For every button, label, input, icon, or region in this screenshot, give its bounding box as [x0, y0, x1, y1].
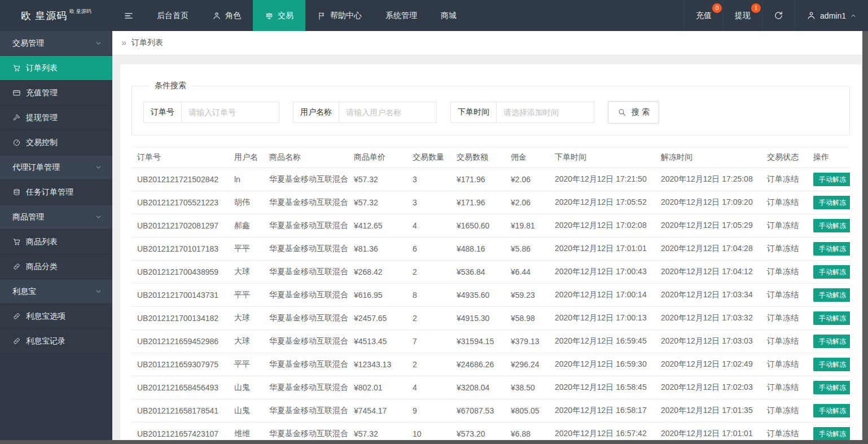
user-menu[interactable]: admin1 [795, 0, 868, 31]
cell-commission: ¥59.23 [505, 284, 549, 307]
manual-unfreeze-button[interactable]: 手动解冻 [813, 427, 850, 441]
order-time-label: 下单时间 [451, 102, 497, 122]
brand-logo[interactable]: 欧 皇源码 欧 皇源码 [0, 0, 112, 31]
cell-status: 订单冻结 [761, 353, 808, 376]
table-row: UB2012121659452986大球华夏基金移动互联混合¥4513.457¥… [131, 330, 850, 353]
manual-unfreeze-button[interactable]: 手动解冻 [813, 335, 850, 348]
topbar: 欧 皇源码 欧 皇源码 后台首页角色交易帮助中心系统管理商城 充值 0 提现 1… [0, 0, 868, 31]
cell-product-name: 华夏基金移动互联混合 [264, 376, 348, 399]
cell-action: 手动解冻 [808, 191, 850, 214]
cell-unit-price: ¥268.42 [348, 261, 407, 284]
recharge-button[interactable]: 充值 0 [684, 0, 723, 31]
manual-unfreeze-button[interactable]: 手动解冻 [813, 381, 850, 394]
menu-toggle[interactable] [112, 0, 145, 31]
username-label: 用户名称 [293, 102, 339, 122]
cell-action: 手动解冻 [808, 261, 850, 284]
cell-order-no: UB2012121702081297 [131, 214, 229, 238]
horizontal-scrollbar[interactable] [0, 440, 868, 444]
link-icon [12, 262, 21, 271]
cell-quantity: 3 [407, 191, 451, 214]
table-row: UB2012121700438959大球华夏基金移动互联混合¥268.422¥5… [131, 261, 850, 284]
user-icon [212, 11, 221, 20]
cell-action: 手动解冻 [808, 376, 850, 399]
sidebar-item-4[interactable]: 交易控制 [0, 130, 112, 155]
table-row: UB2012121702081297郝鑫华夏基金移动互联混合¥412.654¥1… [131, 214, 850, 238]
sidebar-group-0[interactable]: 交易管理 [0, 31, 112, 56]
flag-icon [317, 11, 326, 20]
order-no-input[interactable] [182, 102, 279, 122]
sidebar-group-10[interactable]: 利息宝 [0, 279, 112, 304]
sidebar: 交易管理订单列表充值管理提现管理交易控制代理订单管理任务订单管理商品管理商品列表… [0, 31, 112, 444]
cell-amount: ¥31594.15 [451, 330, 505, 353]
cell-unfreeze-time: 2020年12月12日 17:04:28 [655, 238, 761, 261]
cell-order-no: UB2012121659452986 [131, 330, 229, 353]
manual-unfreeze-button[interactable]: 手动解冻 [813, 358, 850, 371]
nav-item-0[interactable]: 后台首页 [145, 0, 200, 31]
cell-amount: ¥171.96 [451, 168, 505, 191]
manual-unfreeze-button[interactable]: 手动解冻 [813, 311, 850, 325]
cell-order-time: 2020年12月12日 17:00:14 [549, 284, 655, 307]
sidebar-group-7[interactable]: 商品管理 [0, 205, 112, 230]
main-area: 条件搜索 订单号 用户名称 下单时间 [112, 55, 868, 444]
cell-status: 订单冻结 [761, 261, 808, 284]
cell-order-no: UB2012121721502842 [131, 168, 229, 191]
manual-unfreeze-button[interactable]: 手动解冻 [813, 265, 850, 279]
nav-item-2[interactable]: 交易 [253, 0, 305, 31]
nav-item-5[interactable]: 商城 [429, 0, 468, 31]
sidebar-group-5[interactable]: 代理订单管理 [0, 155, 112, 180]
sidebar-item-9[interactable]: 商品分类 [0, 254, 112, 279]
cell-unfreeze-time: 2020年12月12日 17:02:49 [655, 353, 761, 376]
cell-order-time: 2020年12月12日 17:21:50 [549, 168, 655, 191]
withdraw-badge: 1 [751, 3, 761, 13]
chevron-down-icon [95, 39, 102, 47]
cell-product-name: 华夏基金移动互联混合 [264, 214, 348, 238]
search-panel: 条件搜索 订单号 用户名称 下单时间 [131, 81, 850, 135]
cell-username: 山鬼 [229, 376, 264, 399]
nav-item-4[interactable]: 系统管理 [374, 0, 429, 31]
cell-unit-price: ¥4513.45 [348, 330, 407, 353]
refresh-button[interactable] [762, 0, 795, 31]
sidebar-item-12[interactable]: 利息宝记录 [0, 329, 112, 354]
sidebar-item-1[interactable]: 订单列表 [0, 56, 112, 81]
cell-product-name: 华夏基金移动互联混合 [264, 307, 348, 330]
table-row: UB2012121658178541山鬼华夏基金移动互联混合¥7454.179¥… [131, 399, 850, 423]
manual-unfreeze-button[interactable]: 手动解冻 [813, 404, 850, 417]
gauge-icon [12, 138, 21, 147]
withdraw-button[interactable]: 提现 1 [723, 0, 762, 31]
sidebar-item-8[interactable]: 商品列表 [0, 230, 112, 254]
username-group: 用户名称 [293, 102, 437, 123]
page-title: 订单列表 [131, 38, 163, 48]
username-input[interactable] [339, 102, 436, 122]
manual-unfreeze-button[interactable]: 手动解冻 [813, 173, 850, 186]
manual-unfreeze-button[interactable]: 手动解冻 [813, 196, 850, 209]
sidebar-item-6[interactable]: 任务订单管理 [0, 180, 112, 205]
sidebar-item-label: 提现管理 [26, 113, 58, 123]
cell-order-time: 2020年12月12日 16:59:30 [549, 353, 655, 376]
nav-item-3[interactable]: 帮助中心 [305, 0, 374, 31]
search-row: 订单号 用户名称 下单时间 搜 索 [143, 101, 838, 124]
manual-unfreeze-button[interactable]: 手动解冻 [813, 288, 850, 302]
cell-order-no: UB2012121658178541 [131, 399, 229, 423]
order-no-label: 订单号 [144, 102, 182, 122]
cell-amount: ¥1650.60 [451, 214, 505, 238]
cell-quantity: 9 [407, 399, 451, 423]
cell-action: 手动解冻 [808, 307, 850, 330]
sidebar-item-11[interactable]: 利息宝选项 [0, 304, 112, 329]
cell-order-time: 2020年12月12日 16:58:17 [549, 399, 655, 423]
cart-icon [12, 238, 21, 246]
sidebar-item-2[interactable]: 充值管理 [0, 81, 112, 105]
nav-item-1[interactable]: 角色 [200, 0, 253, 31]
sidebar-item-3[interactable]: 提现管理 [0, 105, 112, 130]
cell-unit-price: ¥12343.13 [348, 353, 407, 376]
sidebar-item-label: 利息宝选项 [26, 311, 65, 322]
search-button[interactable]: 搜 索 [608, 101, 659, 124]
nav-item-label: 系统管理 [385, 11, 417, 21]
vertical-scrollbar[interactable] [862, 31, 868, 444]
cell-username: 大球 [229, 330, 264, 353]
cell-order-time: 2020年12月12日 17:05:52 [549, 191, 655, 214]
manual-unfreeze-button[interactable]: 手动解冻 [813, 242, 850, 256]
cell-amount: ¥3208.04 [451, 376, 505, 399]
manual-unfreeze-button[interactable]: 手动解冻 [813, 219, 850, 232]
table-row: UB2012121700143731平平华夏基金移动互联混合¥616.958¥4… [131, 284, 850, 307]
order-time-input[interactable] [497, 102, 594, 122]
